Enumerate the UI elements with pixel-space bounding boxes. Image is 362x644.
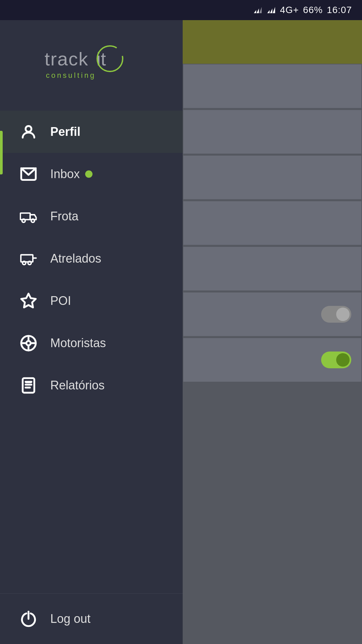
atrelados-label: Atrelados: [50, 252, 101, 266]
svg-point-10: [25, 126, 31, 132]
logo-svg: track it consulting: [45, 40, 138, 87]
logout-label: Log out: [50, 612, 90, 626]
content-area: [183, 20, 362, 644]
svg-point-18: [28, 261, 31, 265]
content-card-1: [183, 64, 361, 108]
svg-marker-0: [254, 10, 256, 13]
star-icon: [17, 289, 40, 313]
battery-label: 66%: [303, 5, 323, 15]
svg-marker-5: [273, 7, 275, 13]
sidebar-item-inbox[interactable]: Inbox: [0, 153, 183, 195]
trailer-icon: [17, 247, 40, 270]
toggle-row-1: [183, 292, 361, 336]
status-bar: 4G+ 66% 16:07: [0, 0, 362, 20]
content-card-4: [183, 201, 361, 245]
motoristas-label: Motoristas: [50, 336, 106, 350]
svg-text:track: track: [45, 48, 88, 69]
content-cards: [183, 64, 362, 644]
truck-icon: [17, 205, 40, 228]
logo-area: track it consulting: [0, 20, 183, 104]
svg-marker-1: [257, 8, 259, 13]
svg-marker-2: [259, 7, 262, 13]
content-top-bar: [183, 20, 362, 64]
sidebar-item-motoristas[interactable]: Motoristas: [0, 322, 183, 364]
svg-marker-3: [267, 10, 270, 13]
toggle-row-2: [183, 338, 361, 382]
steering-icon: [17, 331, 40, 355]
content-card-3: [183, 156, 361, 199]
svg-text:consulting: consulting: [46, 71, 96, 79]
main-layout: track it consulting: [0, 20, 362, 644]
sidebar-item-atrelados[interactable]: Atrelados: [0, 237, 183, 280]
toggle-off[interactable]: [321, 306, 351, 323]
svg-point-14: [31, 219, 35, 222]
svg-marker-19: [21, 293, 36, 307]
toggle-on[interactable]: [321, 352, 351, 368]
perfil-label: Perfil: [50, 125, 80, 139]
person-icon: [17, 120, 40, 144]
content-card-2: [183, 110, 361, 154]
frota-label: Frota: [50, 209, 78, 223]
svg-rect-12: [20, 213, 30, 220]
logout-button[interactable]: Log out: [0, 593, 183, 644]
nav-items: Perfil Inbox: [0, 104, 183, 593]
svg-marker-4: [270, 8, 273, 13]
sidebar-item-poi[interactable]: POI: [0, 280, 183, 322]
sidebar: track it consulting: [0, 20, 183, 644]
network-label: 4G+: [280, 5, 299, 15]
sidebar-item-perfil[interactable]: Perfil: [0, 111, 183, 153]
logo-container: track it consulting: [45, 40, 138, 87]
time-label: 16:07: [327, 5, 352, 15]
svg-rect-15: [21, 255, 33, 262]
sidebar-item-relatorios[interactable]: Relatórios: [0, 364, 183, 407]
sidebar-item-frota[interactable]: Frota: [0, 195, 183, 237]
mail-icon: [17, 162, 40, 186]
signal-icon-2: [266, 5, 276, 15]
svg-point-13: [22, 219, 25, 222]
power-icon: [17, 607, 40, 631]
content-card-5: [183, 247, 361, 290]
inbox-label: Inbox: [50, 167, 80, 181]
document-icon: [17, 374, 40, 397]
poi-label: POI: [50, 294, 71, 308]
signal-icon: [253, 5, 262, 15]
relatorios-label: Relatórios: [50, 378, 105, 392]
svg-text:it: it: [97, 48, 106, 69]
svg-point-17: [22, 261, 26, 265]
inbox-badge: [85, 170, 93, 178]
status-icons: 4G+ 66% 16:07: [253, 5, 352, 15]
